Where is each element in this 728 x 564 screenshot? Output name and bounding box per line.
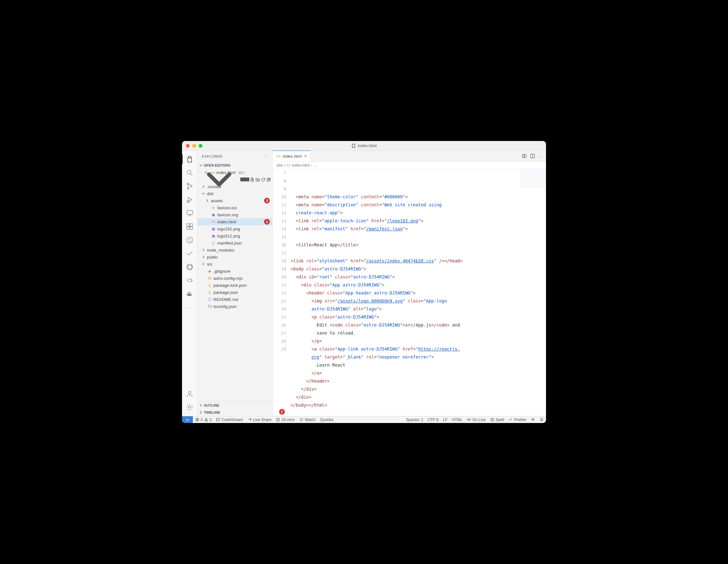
tab-bar: <> index.html ✕ ··· — [273, 151, 546, 162]
chevron-down-icon — [201, 191, 206, 196]
tree-item-tsconfig-json[interactable]: TStsconfig.json — [197, 303, 272, 310]
tree-item-logo192-png[interactable]: ▦logo192.png — [197, 225, 272, 232]
tree-item-astro-config-mjs[interactable]: JSastro.config.mjs — [197, 275, 272, 282]
chevron-right-icon — [199, 410, 203, 415]
breadcrumb-item[interactable]: index.html — [292, 163, 310, 168]
minimize-window-button[interactable] — [192, 144, 196, 148]
status-encoding[interactable]: UTF-8 — [426, 418, 441, 422]
tree-item-readme-md[interactable]: ⓘREADME.md — [197, 296, 272, 303]
new-folder-icon[interactable] — [255, 177, 260, 182]
tree-item-package-json[interactable]: {}package.json — [197, 289, 272, 296]
activity-github[interactable] — [182, 261, 197, 273]
status-problems[interactable]: 0 0 — [193, 416, 214, 423]
status-time[interactable]: 24 mins — [274, 416, 297, 423]
new-file-icon[interactable] — [250, 177, 255, 182]
activity-checkmark[interactable] — [182, 247, 197, 260]
tree-item-package-lock-json[interactable]: {}package-lock.json — [197, 282, 272, 289]
editor-tab[interactable]: <> index.html ✕ — [273, 151, 310, 162]
html-file-icon: <> — [286, 163, 291, 168]
tree-item-label: src — [207, 262, 212, 267]
status-prettier[interactable]: Prettier — [506, 418, 529, 422]
tree-item-favicon-svg[interactable]: ▣favicon.svg — [197, 211, 272, 218]
file-type-icon: ▦ — [211, 227, 216, 231]
tree-item-favicon-ico[interactable]: ★favicon.ico — [197, 204, 272, 211]
status-feedback[interactable] — [529, 418, 537, 422]
remote-indicator[interactable] — [182, 416, 193, 423]
code-content[interactable]: <meta name="theme-color" content="#00000… — [291, 169, 546, 416]
breadcrumbs[interactable]: dist › <> index.html › ... — [273, 162, 546, 169]
activity-remote-explorer[interactable] — [182, 207, 197, 219]
split-editor-icon[interactable] — [530, 153, 535, 159]
tree-item--vscode[interactable]: .vscode — [197, 183, 272, 190]
status-quokka[interactable]: Quokka — [318, 416, 335, 423]
status-spell[interactable]: Spell — [488, 418, 507, 422]
collapse-all-icon[interactable] — [266, 177, 271, 182]
tree-item-node-modules[interactable]: node_modules — [197, 246, 272, 253]
vscode-window: index.html ··· — [182, 141, 546, 423]
outline-header[interactable]: OUTLINE — [197, 402, 272, 409]
tree-item-manifest-json[interactable]: {}manifest.json — [197, 239, 272, 246]
refresh-icon[interactable] — [261, 177, 266, 182]
tree-item-public[interactable]: public — [197, 253, 272, 261]
chevron-right-icon — [199, 403, 203, 408]
circle-icon — [299, 418, 303, 422]
editor-body[interactable]: 7891011121314151617181920212223242526272… — [273, 169, 546, 416]
activity-more[interactable]: ··· — [182, 301, 197, 313]
activity-debug[interactable] — [182, 194, 197, 206]
folder-actions — [250, 177, 271, 182]
status-codestream[interactable]: CodeStream — [214, 416, 245, 423]
tree-item-logo512-png[interactable]: ▦logo512.png — [197, 232, 272, 239]
file-icon — [351, 144, 356, 148]
status-bell[interactable] — [537, 418, 546, 422]
activity-settings[interactable] — [182, 401, 197, 413]
tree-item--gitignore[interactable]: ◆.gitignore — [197, 268, 272, 275]
sidebar-more-icon[interactable]: ··· — [264, 154, 268, 158]
file-type-icon: JS — [207, 276, 212, 280]
file-type-icon: ▣ — [211, 213, 216, 217]
close-icon[interactable]: ✕ — [303, 154, 307, 159]
broadcast-icon — [467, 418, 471, 422]
file-type-icon: ▦ — [211, 234, 216, 238]
error-count: 0 — [201, 418, 203, 422]
status-eol[interactable]: LF — [441, 418, 450, 422]
activity-explorer[interactable] — [182, 153, 197, 165]
activity-test[interactable] — [182, 234, 197, 246]
timeline-header[interactable]: TIMELINE — [197, 409, 272, 416]
compare-icon[interactable] — [522, 153, 527, 159]
svg-rect-16 — [188, 292, 189, 293]
maximize-window-button[interactable] — [199, 144, 203, 148]
status-golive[interactable]: Go Live — [465, 418, 488, 422]
line-gutter: 7891011121314151617181920212223242526272… — [273, 169, 291, 416]
tree-item-label: .gitignore — [213, 269, 230, 274]
warning-icon — [204, 418, 208, 422]
workspace-name-redacted — [240, 178, 249, 181]
status-spaces[interactable]: Spaces: 2 — [404, 418, 425, 422]
tree-item-index-html[interactable]: <>index.html1 — [197, 218, 272, 225]
svg-point-18 — [188, 391, 191, 394]
svg-rect-8 — [190, 224, 193, 226]
activity-extensions[interactable] — [182, 220, 197, 233]
status-language[interactable]: HTML — [450, 418, 465, 422]
breadcrumb-item[interactable]: dist — [277, 163, 283, 168]
minimap[interactable] — [520, 169, 546, 188]
close-window-button[interactable] — [186, 144, 190, 148]
tree-item-assets[interactable]: assets3 — [197, 197, 272, 204]
workspace-folder-header[interactable] — [197, 176, 272, 183]
chevron-right-icon — [201, 248, 206, 252]
quokka-label: Quokka — [320, 418, 333, 422]
window-title: index.html — [351, 143, 376, 148]
tree-item-src[interactable]: src — [197, 261, 272, 268]
more-actions-icon[interactable]: ··· — [538, 154, 543, 159]
spell-icon — [490, 418, 494, 422]
activity-account[interactable] — [182, 388, 197, 400]
activity-share[interactable] — [182, 274, 197, 286]
activity-search[interactable] — [182, 167, 197, 179]
status-liveshare[interactable]: Live Share — [245, 416, 274, 423]
titlebar: index.html — [182, 141, 546, 151]
status-watch[interactable]: Watch — [297, 416, 318, 423]
tree-item-label: astro.config.mjs — [213, 276, 243, 281]
activity-source-control[interactable] — [182, 180, 197, 192]
breadcrumb-item[interactable]: ... — [313, 163, 317, 168]
activity-docker[interactable] — [182, 288, 197, 300]
tree-item-dist[interactable]: dist — [197, 190, 272, 197]
